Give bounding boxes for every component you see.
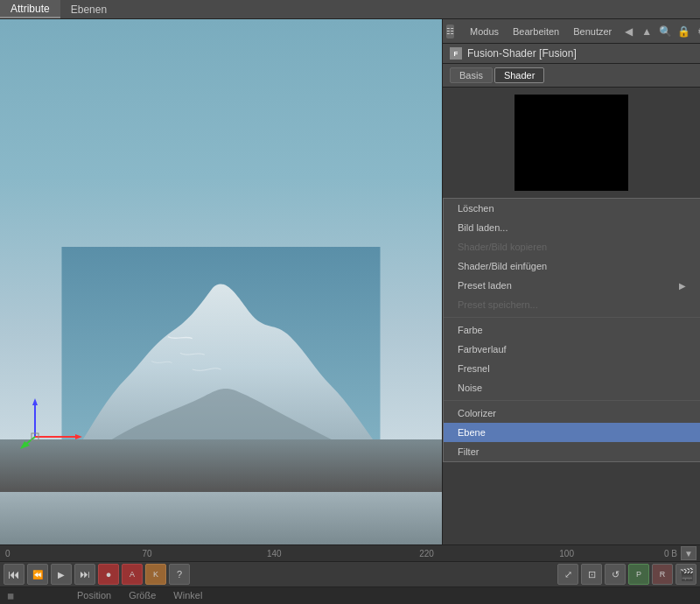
help-btn[interactable]: ? [169, 564, 190, 585]
viewport-canvas [0, 19, 442, 544]
stop-btn[interactable]: ⏭ [74, 564, 95, 585]
anim-btn[interactable]: P [628, 564, 649, 585]
status-left-icon: ◼ [7, 591, 60, 600]
toolbar-modus[interactable]: Modus [465, 25, 504, 39]
menu-item-preset-laden[interactable]: Preset laden▶ [444, 276, 700, 295]
context-menu: LöschenBild laden...Shader/Bild kopieren… [443, 198, 700, 462]
top-tab-bar: Attribute Ebenen [0, 0, 700, 19]
sub-tabs: Basis Shader [443, 64, 700, 88]
svg-marker-2 [32, 398, 38, 405]
nav-left-icon[interactable]: ◀ [620, 24, 636, 39]
menu-item-colorizer[interactable]: Colorizer [444, 404, 700, 423]
rotate-btn[interactable]: ↺ [605, 564, 626, 585]
menu-item-shader-bild-kopieren: Shader/Bild kopieren [444, 237, 700, 256]
svg-marker-4 [75, 434, 82, 439]
panel-toolbar: ☷ Modus Bearbeiten Benutzer ◀ ▲ 🔍 🔒 ⚙ ✕ [443, 19, 700, 44]
toolbar-bearbeiten[interactable]: Bearbeiten [508, 25, 564, 39]
shader-preview [514, 95, 628, 191]
properties-section: Shader-Eigenschaften Modus ............ … [443, 198, 700, 544]
play-back-btn[interactable]: ▶ [51, 564, 72, 585]
tab-ebenen[interactable]: Ebenen [60, 0, 117, 18]
scale-btn[interactable]: ⊡ [581, 564, 602, 585]
auto-key-btn[interactable]: A [122, 564, 143, 585]
timeline-ruler: 0 70 140 220 100 0 B ▼ [0, 545, 700, 562]
ruler-100: 100 [559, 549, 574, 558]
tab-basis[interactable]: Basis [450, 67, 493, 83]
lock-icon[interactable]: 🔒 [676, 24, 691, 39]
viewport[interactable] [0, 19, 442, 544]
nav-up-icon[interactable]: ▲ [639, 24, 654, 39]
shader-icon: F [450, 47, 462, 60]
timeline-controls: ⏮ ⏪ ▶ ⏭ ● A K ? ⤢ ⊡ ↺ P R 🎬 [0, 562, 700, 586]
settings-icon[interactable]: ⚙ [694, 24, 700, 39]
record-btn[interactable]: ⏮ [4, 564, 24, 585]
status-position: Position [77, 590, 111, 600]
menu-item-farbe[interactable]: Farbe [444, 320, 700, 340]
key-mode-btn[interactable]: K [145, 564, 166, 585]
film-btn[interactable]: 🎬 [676, 564, 696, 585]
timeline-status: ◼ Position Größe Winkel [0, 587, 700, 604]
ruler-70: 70 [142, 549, 151, 558]
move-btn[interactable]: ⤢ [557, 564, 578, 585]
menu-item-preset-speichern---: Preset speichern... [444, 295, 700, 314]
shader-title: Fusion-Shader [Fusion] [467, 47, 577, 60]
ruler-0: 0 [5, 549, 10, 558]
status-winkel: Winkel [173, 590, 202, 600]
menu-sep-6 [444, 317, 700, 318]
ruler-settings-btn[interactable]: ▼ [681, 546, 696, 560]
menu-item-filter[interactable]: Filter [444, 442, 700, 461]
panel-icon: ☷ [446, 25, 454, 39]
menu-sep-colorizer [444, 400, 700, 401]
menu-item-farbverlauf[interactable]: Farbverlauf [444, 340, 700, 359]
tab-shader[interactable]: Shader [494, 67, 544, 83]
status-groesse: Größe [129, 590, 156, 600]
menu-item-l-schen[interactable]: Löschen [444, 199, 700, 218]
main-layout: ☷ Modus Bearbeiten Benutzer ◀ ▲ 🔍 🔒 ⚙ ✕ … [0, 19, 700, 544]
render-btn[interactable]: R [652, 564, 673, 585]
timeline: 0 70 140 220 100 0 B ▼ ⏮ ⏪ ▶ ⏭ ● A K ? ⤢… [0, 544, 700, 604]
toolbar-right: ◀ ▲ 🔍 🔒 ⚙ ✕ [620, 24, 700, 39]
frame-label: 0 B [664, 549, 677, 558]
shader-header: F Fusion-Shader [Fusion] [443, 44, 700, 64]
right-panel: ☷ Modus Bearbeiten Benutzer ◀ ▲ 🔍 🔒 ⚙ ✕ … [442, 19, 700, 544]
key-btn[interactable]: ● [98, 564, 119, 585]
menu-item-shader-bild-einf-gen[interactable]: Shader/Bild einfügen [444, 256, 700, 276]
ruler-220: 220 [419, 549, 434, 558]
ruler-140: 140 [267, 549, 282, 558]
toolbar-benutzer[interactable]: Benutzer [568, 25, 617, 39]
ruler-container: 0 70 140 220 100 0 B ▼ [4, 545, 696, 561]
menu-item-noise[interactable]: Noise [444, 378, 700, 397]
menu-item-fresnel[interactable]: Fresnel [444, 359, 700, 378]
frame-count-area: 0 B ▼ [664, 545, 696, 561]
axis-overlay [18, 384, 88, 457]
menu-item-ebene[interactable]: Ebene [444, 423, 700, 442]
search-icon[interactable]: 🔍 [657, 24, 673, 39]
tab-attribute[interactable]: Attribute [0, 0, 60, 18]
menu-item-bild-laden---[interactable]: Bild laden... [444, 218, 700, 237]
step-back-btn[interactable]: ⏪ [27, 564, 48, 585]
